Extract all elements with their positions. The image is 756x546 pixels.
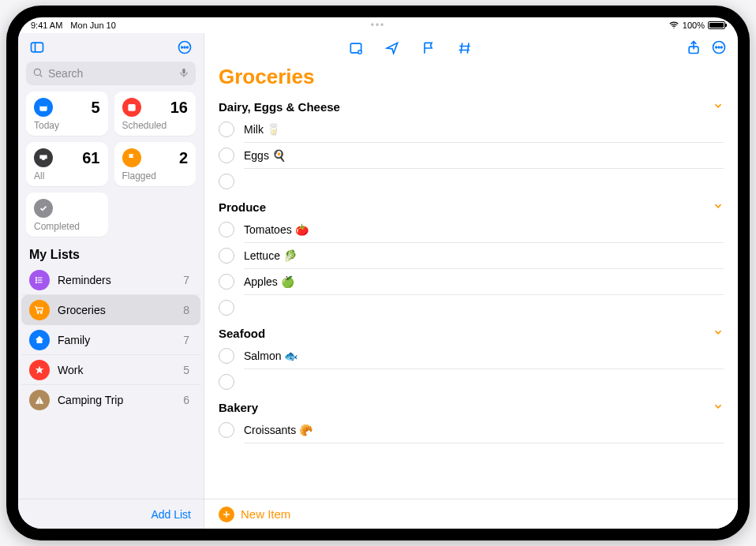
battery-pct: 100%: [683, 21, 705, 30]
reminder-item-empty[interactable]: [219, 369, 724, 395]
search-icon: [32, 67, 43, 80]
sidebar-item-camping-trip[interactable]: Camping Trip6: [21, 385, 200, 415]
reminder-item[interactable]: Salmon 🐟: [219, 343, 724, 368]
svg-point-20: [37, 312, 39, 313]
reminder-item-empty[interactable]: [219, 169, 724, 194]
add-list-button[interactable]: Add List: [151, 508, 191, 521]
chevron-down-icon: [713, 327, 724, 340]
reminder-item[interactable]: Apples 🍏: [219, 269, 724, 294]
reminder-text: Lettuce 🥬: [244, 249, 297, 262]
new-item-label: New Item: [241, 507, 290, 521]
card-scheduled[interactable]: 16 Scheduled: [114, 92, 196, 136]
section-header[interactable]: Dairy, Eggs & Cheese: [219, 97, 724, 117]
chevron-down-icon: [713, 200, 724, 214]
sidebar-item-reminders[interactable]: Reminders7: [21, 265, 200, 295]
card-completed-label: Completed: [34, 221, 100, 232]
app: Search 5 Today: [18, 33, 738, 529]
checkbox[interactable]: [219, 148, 234, 163]
sidebar-toggle-icon[interactable]: [26, 36, 48, 58]
sidebar-item-family[interactable]: Family7: [21, 325, 200, 355]
reminder-item[interactable]: Milk 🥛: [219, 117, 724, 142]
svg-point-18: [36, 279, 36, 280]
svg-line-25: [467, 43, 469, 53]
status-time: 9:41 AM: [31, 21, 62, 30]
tag-icon[interactable]: [454, 37, 476, 59]
reminder-text: Tomatoes 🍅: [244, 223, 309, 236]
checkbox[interactable]: [219, 300, 234, 316]
star-icon: [29, 360, 50, 380]
card-completed[interactable]: Completed: [26, 193, 108, 237]
chevron-down-icon: [713, 100, 724, 114]
search-placeholder: Search: [48, 67, 83, 80]
main: Groceries Dairy, Eggs & CheeseMilk 🥛Eggs…: [204, 33, 738, 529]
svg-point-19: [36, 282, 36, 282]
svg-point-4: [182, 47, 183, 48]
sidebar: Search 5 Today: [18, 33, 204, 529]
more-icon[interactable]: [174, 36, 196, 58]
cart-icon: [29, 300, 50, 320]
checkbox[interactable]: [219, 422, 234, 438]
section-header[interactable]: Bakery: [219, 398, 724, 417]
section-title: Produce: [219, 200, 266, 214]
section-dairy-eggs-cheese: Dairy, Eggs & CheeseMilk 🥛Eggs 🍳: [219, 97, 724, 194]
card-all[interactable]: 61 All: [26, 142, 108, 186]
card-flagged-label: Flagged: [122, 170, 189, 181]
section-header[interactable]: Produce: [219, 197, 724, 217]
sidebar-footer: Add List: [18, 499, 204, 529]
card-today-count: 5: [91, 99, 99, 117]
battery-icon: [708, 21, 725, 29]
list-count: 5: [183, 364, 189, 376]
template-icon[interactable]: [345, 37, 367, 59]
checkbox[interactable]: [219, 248, 234, 264]
sidebar-toolbar: [18, 33, 204, 62]
checkbox[interactable]: [219, 222, 234, 237]
more-icon[interactable]: [708, 36, 730, 58]
svg-point-21: [40, 312, 42, 313]
main-body: Groceries Dairy, Eggs & CheeseMilk 🥛Eggs…: [204, 62, 738, 529]
calendar-today-icon: [34, 98, 53, 117]
section-header[interactable]: Seafood: [219, 323, 724, 343]
reminder-item[interactable]: Tomatoes 🍅: [219, 217, 724, 242]
reminder-text: Salmon 🐟: [244, 350, 298, 362]
search-input[interactable]: Search: [26, 62, 196, 85]
section-title: Seafood: [219, 327, 265, 340]
svg-point-17: [36, 277, 36, 278]
flag-icon[interactable]: [417, 37, 440, 59]
mic-icon[interactable]: [178, 67, 189, 80]
status-date: Mon Jun 10: [70, 21, 115, 30]
card-scheduled-count: 16: [170, 99, 188, 117]
reminder-item[interactable]: Eggs 🍳: [219, 143, 724, 168]
list-name: Work: [58, 364, 175, 376]
check-icon: [34, 199, 53, 218]
reminder-item-empty[interactable]: [219, 295, 724, 320]
svg-point-6: [187, 47, 189, 48]
card-today[interactable]: 5 Today: [26, 92, 108, 136]
svg-rect-9: [182, 68, 185, 73]
reminder-text: Milk 🥛: [244, 123, 280, 136]
location-icon[interactable]: [381, 37, 403, 59]
new-item-button[interactable]: ＋ New Item: [219, 507, 290, 522]
main-footer: ＋ New Item: [204, 499, 738, 529]
reminder-item[interactable]: Lettuce 🥬: [219, 243, 724, 268]
checkbox[interactable]: [219, 174, 234, 189]
ipad-frame: 9:41 AM Mon Jun 10 100% •••: [6, 6, 750, 540]
checkbox[interactable]: [219, 122, 234, 137]
share-icon[interactable]: [683, 36, 705, 58]
checkbox[interactable]: [219, 274, 234, 290]
sidebar-item-work[interactable]: Work5: [21, 355, 200, 385]
card-flagged[interactable]: 2 Flagged: [114, 142, 196, 186]
multitask-dots-icon[interactable]: •••: [371, 20, 386, 31]
lists: Reminders7Groceries8Family7Work5Camping …: [18, 265, 204, 499]
reminder-text: Eggs 🍳: [244, 149, 286, 162]
wifi-icon: [668, 20, 679, 31]
list-name: Family: [58, 334, 175, 346]
reminder-item[interactable]: Croissants 🥐: [219, 417, 724, 443]
checkbox[interactable]: [219, 348, 234, 364]
sidebar-item-groceries[interactable]: Groceries8: [21, 295, 200, 325]
svg-point-32: [721, 47, 723, 48]
list-name: Groceries: [58, 304, 175, 316]
home-icon: [29, 330, 50, 350]
list-name: Camping Trip: [58, 394, 175, 406]
section-title: Bakery: [219, 401, 258, 414]
checkbox[interactable]: [219, 374, 234, 390]
